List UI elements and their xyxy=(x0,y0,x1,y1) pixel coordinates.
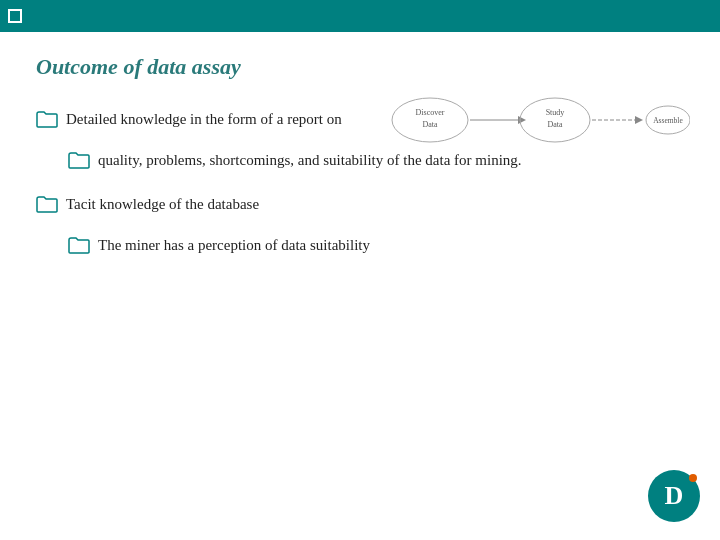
bullet-text-2: Tacit knowledge of the database xyxy=(66,193,259,216)
svg-marker-9 xyxy=(635,116,643,124)
logo-area: D xyxy=(648,470,700,522)
diagram-area: Discover Data Study Data Assemble xyxy=(370,82,690,162)
folder-icon-1 xyxy=(36,110,58,135)
bullet-item-2: Tacit knowledge of the database The mine… xyxy=(36,193,684,260)
folder-icon-2 xyxy=(36,195,58,220)
svg-marker-4 xyxy=(518,116,526,124)
bullet-text-1: Detailed knowledge in the form of a repo… xyxy=(66,108,342,131)
menu-icon xyxy=(8,9,22,23)
top-bar xyxy=(0,0,720,32)
bullet-sub-text-2: The miner has a perception of data suita… xyxy=(98,234,370,257)
folder-icon-2-sub xyxy=(68,236,90,261)
svg-text:Discover: Discover xyxy=(416,108,445,117)
svg-text:Study: Study xyxy=(546,108,565,117)
logo-dot xyxy=(689,474,697,482)
svg-text:Data: Data xyxy=(422,120,438,129)
page-title: Outcome of data assay xyxy=(36,54,684,80)
folder-icon-1-sub xyxy=(68,151,90,176)
svg-text:Assemble: Assemble xyxy=(653,116,683,125)
svg-text:Data: Data xyxy=(547,120,563,129)
logo-letter: D xyxy=(665,483,684,509)
logo-circle: D xyxy=(648,470,700,522)
main-content: Outcome of data assay Discover Data Stud… xyxy=(0,32,720,298)
